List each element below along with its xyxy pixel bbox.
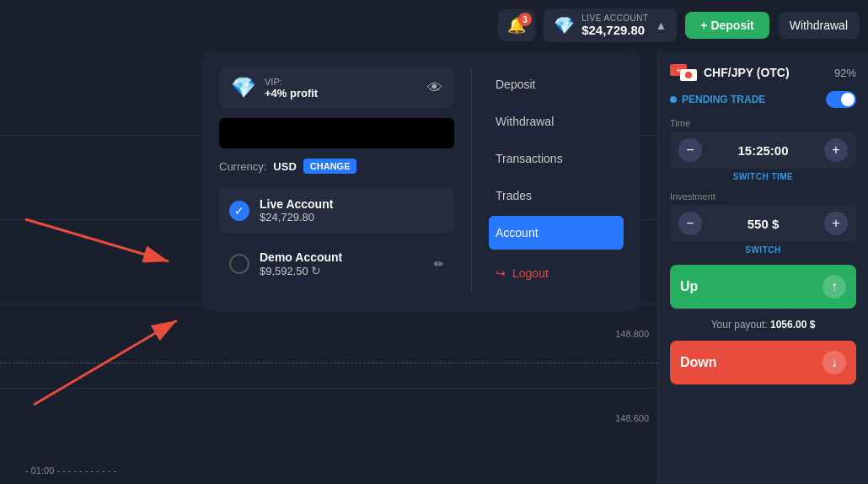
price-label-2: 148.600 [615, 413, 649, 423]
time-control-row: − 15:25:00 + [670, 132, 856, 169]
svg-line-1 [25, 219, 169, 261]
demo-account-item[interactable]: Demo Account $9,592.50 ↻ ✏ [219, 240, 454, 288]
pending-trade-row: PENDING TRADE [670, 91, 856, 108]
down-label: Down [680, 355, 717, 370]
pair-percentage: 92% [834, 67, 856, 79]
time-section-label: Time [670, 118, 856, 128]
diamond-icon: 💎 [554, 15, 575, 35]
payout-amount: 1056.00 $ [770, 319, 815, 331]
dropdown-panel: 💎 VIP: +4% profit 👁 Currency: USD CHANGE… [202, 51, 640, 311]
notification-badge: 3 [518, 13, 532, 26]
time-section: Time − 15:25:00 + SWITCH TIME [670, 118, 856, 181]
price-label-1: 148.800 [615, 329, 649, 339]
check-circle-icon: ✓ [229, 201, 249, 221]
demo-account-details: Demo Account $9,592.50 ↻ [260, 250, 424, 277]
pending-trade-toggle[interactable] [826, 91, 856, 108]
dropdown-left: 💎 VIP: +4% profit 👁 Currency: USD CHANGE… [219, 67, 472, 294]
refresh-icon[interactable]: ↻ [311, 264, 321, 277]
menu-item-deposit[interactable]: Deposit [489, 67, 624, 101]
investment-section-label: Investment [670, 191, 856, 202]
payout-row: Your payout: 1056.00 $ [670, 319, 856, 331]
payout-label: Your payout: [711, 319, 768, 331]
demo-account-name: Demo Account [260, 250, 424, 264]
live-account-balance: $24,729.80 [260, 211, 444, 223]
vip-diamond-icon: 💎 [231, 76, 256, 99]
notification-button[interactable]: 🔔 3 [498, 9, 535, 41]
edit-icon[interactable]: ✏ [434, 257, 444, 271]
deposit-label: + Deposit [700, 19, 753, 32]
flag-pair-icon: + [670, 64, 697, 81]
time-value: 15:25:00 [737, 143, 788, 158]
pair-header: + CHF/JPY (OTC) 92% [670, 64, 856, 81]
down-button[interactable]: Down ↓ [670, 341, 856, 385]
up-arrow-icon: ↑ [822, 275, 846, 298]
currency-row: Currency: USD CHANGE [219, 159, 454, 174]
vip-profit: +4% profit [265, 87, 318, 99]
pair-info: + CHF/JPY (OTC) [670, 64, 790, 81]
account-selector-button[interactable]: 💎 LIVE ACCOUNT $24,729.80 ▲ [544, 8, 677, 42]
investment-increase-button[interactable]: + [824, 212, 848, 235]
vip-row: 💎 VIP: +4% profit 👁 [219, 67, 454, 108]
chevron-up-icon: ▲ [655, 19, 667, 32]
currency-text-label: Currency: [219, 160, 266, 173]
logout-label: Logout [512, 266, 549, 280]
right-panel: + CHF/JPY (OTC) 92% PENDING TRADE Time −… [657, 51, 868, 484]
account-balance-header: $24,729.80 [581, 23, 645, 37]
pending-trade-label: PENDING TRADE [670, 94, 765, 105]
pair-name: CHF/JPY (OTC) [704, 66, 790, 79]
header: 🔔 3 💎 LIVE ACCOUNT $24,729.80 ▲ + Deposi… [490, 0, 868, 51]
investment-section: Investment − 550 $ + SWITCH [670, 191, 856, 255]
menu-item-account[interactable]: Account [489, 216, 624, 250]
empty-circle-icon [229, 254, 249, 274]
investment-value: 550 $ [747, 217, 780, 231]
jpy-flag [680, 69, 697, 81]
up-label: Up [680, 279, 698, 294]
time-increase-button[interactable]: + [824, 138, 848, 162]
demo-account-balance: $9,592.50 ↻ [260, 264, 424, 277]
logout-icon: ↪ [496, 266, 506, 280]
investment-decrease-button[interactable]: − [678, 212, 702, 235]
redacted-bar [219, 118, 454, 148]
menu-item-trades[interactable]: Trades [489, 179, 624, 212]
dropdown-right-menu: Deposit Withdrawal Transactions Trades A… [472, 67, 624, 294]
time-decrease-button[interactable]: − [678, 138, 702, 162]
withdrawal-label: Withdrawal [790, 19, 848, 32]
arrow-demo-account [8, 270, 194, 422]
investment-control-row: − 550 $ + [670, 205, 856, 242]
menu-item-transactions[interactable]: Transactions [489, 142, 624, 175]
pending-dot-icon [670, 96, 677, 103]
live-account-details: Live Account $24,729.80 [260, 197, 444, 223]
menu-item-logout[interactable]: ↪ Logout [489, 256, 624, 290]
account-type-label: LIVE ACCOUNT [581, 13, 648, 23]
switch-label: SWITCH [670, 245, 856, 255]
live-account-item[interactable]: ✓ Live Account $24,729.80 [219, 187, 454, 234]
deposit-button[interactable]: + Deposit [685, 12, 769, 39]
eye-icon[interactable]: 👁 [427, 79, 442, 97]
vip-info: 💎 VIP: +4% profit [231, 76, 318, 99]
vip-text: VIP: +4% profit [265, 77, 318, 99]
live-account-name: Live Account [260, 197, 444, 211]
down-arrow-icon: ↓ [822, 351, 846, 374]
jpy-circle [685, 72, 692, 78]
menu-item-withdrawal[interactable]: Withdrawal [489, 105, 624, 138]
withdrawal-button[interactable]: Withdrawal [778, 12, 860, 39]
pending-trade-text: PENDING TRADE [682, 94, 765, 105]
change-currency-button[interactable]: CHANGE [303, 159, 357, 174]
currency-value: USD [273, 160, 296, 173]
switch-time-label: SWITCH TIME [670, 172, 856, 181]
account-info-header: LIVE ACCOUNT $24,729.80 [581, 13, 648, 37]
time-label: - 01:00 - - - - - - - - - - - [25, 465, 116, 476]
svg-line-3 [34, 320, 177, 405]
vip-label: VIP: [265, 77, 318, 87]
up-button[interactable]: Up ↑ [670, 265, 856, 309]
